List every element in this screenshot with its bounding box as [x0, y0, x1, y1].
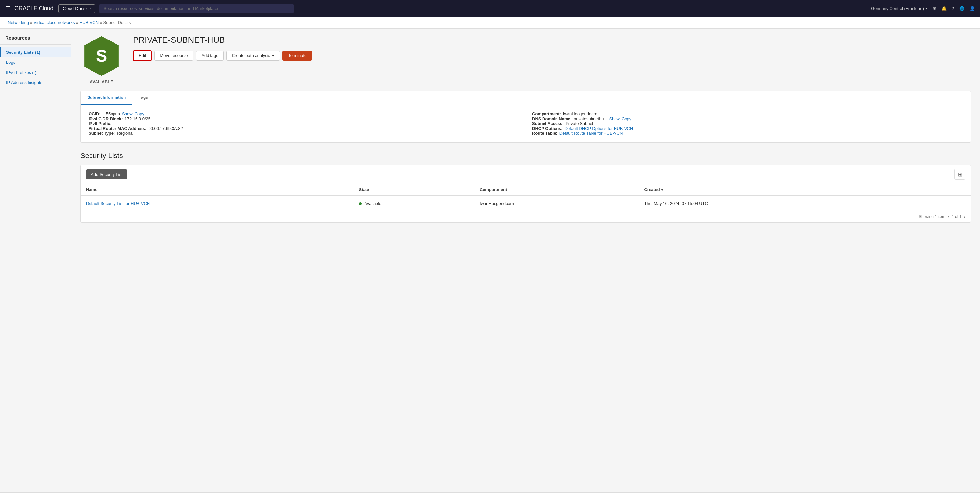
security-lists-title: Security Lists: [80, 152, 971, 160]
security-panel: Add Security List ⊞ Name State Compartme…: [80, 165, 971, 222]
col-compartment-header: Compartment: [474, 184, 639, 196]
help-icon[interactable]: ?: [952, 6, 954, 11]
table-footer: Showing 1 item ‹ 1 of 1 ›: [81, 211, 970, 222]
dhcp-options-link[interactable]: Default DHCP Options for HUB-VCN: [565, 126, 633, 131]
subnet-type-row: Subnet Type: Regional: [89, 131, 519, 136]
resource-header: S AVAILABLE PRIVATE-SUBNET-HUB Edit Move…: [80, 35, 971, 84]
breadcrumb-hub-vcn[interactable]: HUB-VCN: [80, 20, 99, 25]
dns-show-link[interactable]: Show: [609, 116, 620, 121]
breadcrumb-vcn[interactable]: Virtual cloud networks: [34, 20, 75, 25]
move-resource-button[interactable]: Move resource: [154, 51, 193, 60]
resource-status: AVAILABLE: [90, 80, 113, 84]
sidebar-item-security-lists[interactable]: Security Lists (1): [0, 47, 71, 57]
console-icon[interactable]: ⊞: [933, 6, 936, 11]
sort-arrow-icon: ▾: [661, 187, 663, 192]
edit-button[interactable]: Edit: [133, 50, 152, 61]
compartment-row: Compartment: IwanHoogendoorn: [532, 111, 963, 116]
sidebar-item-logs[interactable]: Logs: [0, 57, 71, 67]
dropdown-arrow-icon: ▾: [272, 53, 274, 58]
sidebar-item-ipv6-prefixes[interactable]: IPv6 Prefixes (-): [0, 67, 71, 78]
page-title: PRIVATE-SUBNET-HUB: [133, 35, 971, 45]
security-list-compartment: IwanHoogendoorn: [474, 196, 639, 211]
ocid-row: OCID: ...55apua Show Copy: [89, 111, 519, 116]
page-layout: Resources Security Lists (1) Logs IPv6 P…: [0, 29, 980, 492]
ocid-show-link[interactable]: Show: [122, 111, 133, 116]
security-list-state: Available: [354, 196, 474, 211]
security-lists-table: Name State Compartment Created ▾ Default…: [81, 184, 970, 211]
ipv4-row: IPv4 CIDR Block: 172.16.0.0/25: [89, 116, 519, 121]
resource-icon-container: S AVAILABLE: [80, 35, 123, 84]
nav-right: Germany Central (Frankfurt) ▾ ⊞ 🔔 ? 🌐 👤: [871, 6, 975, 11]
route-table-row: Route Table: Default Route Table for HUB…: [532, 131, 963, 136]
top-nav: ☰ ORACLE Cloud Cloud Classic › Germany C…: [0, 0, 980, 17]
breadcrumb: Networking » Virtual cloud networks » HU…: [0, 17, 980, 29]
add-security-list-button[interactable]: Add Security List: [86, 170, 127, 179]
profile-icon[interactable]: 👤: [970, 6, 975, 11]
pagination-info: 1 of 1: [952, 214, 961, 219]
table-row: Default Security List for HUB-VCN Availa…: [81, 196, 970, 211]
terminate-button[interactable]: Terminate: [282, 51, 312, 60]
status-dot-icon: [359, 203, 361, 205]
security-list-name-link[interactable]: Default Security List for HUB-VCN: [86, 201, 150, 206]
row-actions-menu[interactable]: ⋮: [916, 200, 922, 207]
sidebar: Resources Security Lists (1) Logs IPv6 P…: [0, 29, 72, 492]
info-right-column: Compartment: IwanHoogendoorn DNS Domain …: [532, 111, 963, 136]
route-table-link[interactable]: Default Route Table for HUB-VCN: [559, 131, 623, 136]
col-state-header: State: [354, 184, 474, 196]
action-buttons: Edit Move resource Add tags Create path …: [133, 50, 971, 61]
subnet-access-row: Subnet Access: Private Subnet: [532, 121, 963, 126]
language-icon[interactable]: 🌐: [959, 6, 964, 11]
col-created-header[interactable]: Created ▾: [639, 184, 911, 196]
subnet-icon: S: [80, 35, 123, 77]
hamburger-icon[interactable]: ☰: [5, 5, 10, 12]
security-toolbar: Add Security List ⊞: [81, 165, 970, 184]
dns-copy-link[interactable]: Copy: [622, 116, 632, 121]
region-selector[interactable]: Germany Central (Frankfurt) ▾: [871, 6, 928, 11]
pagination-next-icon[interactable]: ›: [964, 214, 966, 219]
main-content: S AVAILABLE PRIVATE-SUBNET-HUB Edit Move…: [72, 29, 980, 492]
virtual-router-mac-row: Virtual Router MAC Address: 00:00:17:69:…: [89, 126, 519, 131]
col-actions-header: [911, 184, 970, 196]
create-path-analysis-button[interactable]: Create path analysis ▾: [226, 51, 280, 60]
sidebar-resources-title: Resources: [0, 35, 71, 45]
ocid-copy-link[interactable]: Copy: [135, 111, 144, 116]
info-tabs: Subnet Information Tags: [81, 91, 970, 105]
info-left-column: OCID: ...55apua Show Copy IPv4 CIDR Bloc…: [89, 111, 519, 136]
col-name-header: Name: [81, 184, 354, 196]
breadcrumb-networking[interactable]: Networking: [8, 20, 29, 25]
security-list-created: Thu, May 16, 2024, 07:15:04 UTC: [639, 196, 911, 211]
info-content: OCID: ...55apua Show Copy IPv4 CIDR Bloc…: [81, 105, 970, 142]
search-input[interactable]: [99, 4, 294, 13]
add-tags-button[interactable]: Add tags: [196, 51, 223, 60]
info-panel: Subnet Information Tags OCID: ...55apua …: [80, 91, 971, 143]
grid-view-icon[interactable]: ⊞: [955, 169, 966, 180]
resource-info: PRIVATE-SUBNET-HUB Edit Move resource Ad…: [133, 35, 971, 61]
tab-tags[interactable]: Tags: [132, 91, 154, 105]
ipv6-row: IPv6 Prefix: -: [89, 121, 519, 126]
svg-text:S: S: [96, 46, 107, 65]
breadcrumb-current: Subnet Details: [103, 20, 131, 25]
notifications-icon[interactable]: 🔔: [942, 6, 947, 11]
pagination-prev-icon[interactable]: ‹: [948, 214, 949, 219]
tab-subnet-information[interactable]: Subnet Information: [81, 91, 132, 105]
dns-domain-row: DNS Domain Name: privatesubnethu... Show…: [532, 116, 963, 121]
oracle-logo: ORACLE Cloud: [14, 5, 53, 12]
dhcp-options-row: DHCP Options: Default DHCP Options for H…: [532, 126, 963, 131]
cloud-classic-button[interactable]: Cloud Classic ›: [58, 4, 95, 13]
sidebar-item-ip-address-insights[interactable]: IP Address Insights: [0, 78, 71, 87]
